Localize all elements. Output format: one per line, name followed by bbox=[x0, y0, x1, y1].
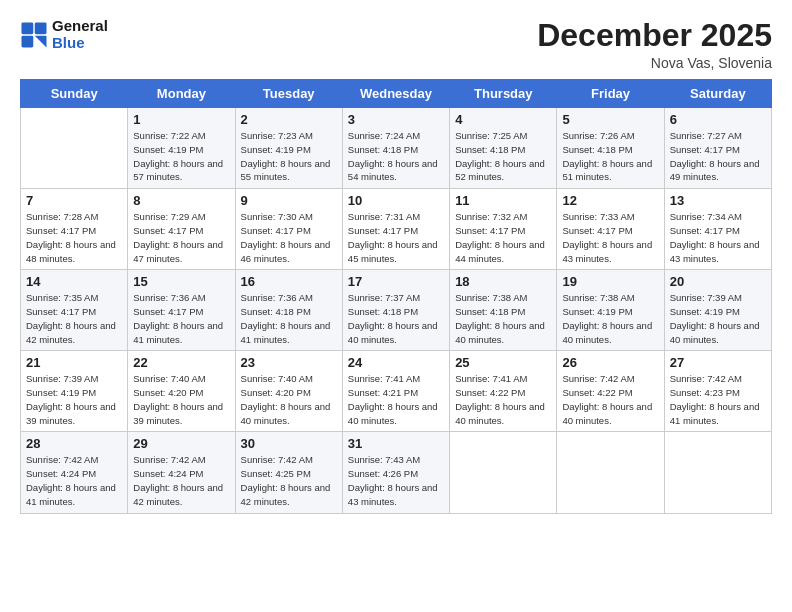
day-detail: Sunrise: 7:42 AM Sunset: 4:24 PM Dayligh… bbox=[26, 453, 122, 508]
week-row-1: 7Sunrise: 7:28 AM Sunset: 4:17 PM Daylig… bbox=[21, 189, 772, 270]
day-number: 6 bbox=[670, 112, 766, 127]
day-number: 17 bbox=[348, 274, 444, 289]
day-detail: Sunrise: 7:42 AM Sunset: 4:22 PM Dayligh… bbox=[562, 372, 658, 427]
calendar-cell: 22Sunrise: 7:40 AM Sunset: 4:20 PM Dayli… bbox=[128, 351, 235, 432]
day-detail: Sunrise: 7:24 AM Sunset: 4:18 PM Dayligh… bbox=[348, 129, 444, 184]
calendar-cell: 14Sunrise: 7:35 AM Sunset: 4:17 PM Dayli… bbox=[21, 270, 128, 351]
calendar-cell bbox=[664, 432, 771, 513]
day-detail: Sunrise: 7:38 AM Sunset: 4:19 PM Dayligh… bbox=[562, 291, 658, 346]
calendar-cell: 16Sunrise: 7:36 AM Sunset: 4:18 PM Dayli… bbox=[235, 270, 342, 351]
day-number: 31 bbox=[348, 436, 444, 451]
location: Nova Vas, Slovenia bbox=[537, 55, 772, 71]
calendar-cell: 29Sunrise: 7:42 AM Sunset: 4:24 PM Dayli… bbox=[128, 432, 235, 513]
calendar-cell: 18Sunrise: 7:38 AM Sunset: 4:18 PM Dayli… bbox=[450, 270, 557, 351]
calendar-cell: 19Sunrise: 7:38 AM Sunset: 4:19 PM Dayli… bbox=[557, 270, 664, 351]
day-number: 20 bbox=[670, 274, 766, 289]
header: General Blue December 2025 Nova Vas, Slo… bbox=[20, 18, 772, 71]
logo-text: General Blue bbox=[52, 18, 108, 51]
calendar-cell: 28Sunrise: 7:42 AM Sunset: 4:24 PM Dayli… bbox=[21, 432, 128, 513]
calendar-cell: 5Sunrise: 7:26 AM Sunset: 4:18 PM Daylig… bbox=[557, 108, 664, 189]
week-row-4: 28Sunrise: 7:42 AM Sunset: 4:24 PM Dayli… bbox=[21, 432, 772, 513]
week-row-2: 14Sunrise: 7:35 AM Sunset: 4:17 PM Dayli… bbox=[21, 270, 772, 351]
calendar-cell: 26Sunrise: 7:42 AM Sunset: 4:22 PM Dayli… bbox=[557, 351, 664, 432]
day-detail: Sunrise: 7:27 AM Sunset: 4:17 PM Dayligh… bbox=[670, 129, 766, 184]
day-number: 15 bbox=[133, 274, 229, 289]
logo: General Blue bbox=[20, 18, 108, 51]
day-number: 4 bbox=[455, 112, 551, 127]
day-detail: Sunrise: 7:36 AM Sunset: 4:18 PM Dayligh… bbox=[241, 291, 337, 346]
calendar-cell bbox=[450, 432, 557, 513]
day-number: 24 bbox=[348, 355, 444, 370]
day-number: 13 bbox=[670, 193, 766, 208]
calendar-cell: 20Sunrise: 7:39 AM Sunset: 4:19 PM Dayli… bbox=[664, 270, 771, 351]
calendar-cell: 8Sunrise: 7:29 AM Sunset: 4:17 PM Daylig… bbox=[128, 189, 235, 270]
calendar-cell: 30Sunrise: 7:42 AM Sunset: 4:25 PM Dayli… bbox=[235, 432, 342, 513]
day-detail: Sunrise: 7:40 AM Sunset: 4:20 PM Dayligh… bbox=[133, 372, 229, 427]
weekday-header-friday: Friday bbox=[557, 80, 664, 108]
day-number: 11 bbox=[455, 193, 551, 208]
day-number: 2 bbox=[241, 112, 337, 127]
week-row-3: 21Sunrise: 7:39 AM Sunset: 4:19 PM Dayli… bbox=[21, 351, 772, 432]
weekday-header-thursday: Thursday bbox=[450, 80, 557, 108]
day-detail: Sunrise: 7:36 AM Sunset: 4:17 PM Dayligh… bbox=[133, 291, 229, 346]
calendar-cell: 23Sunrise: 7:40 AM Sunset: 4:20 PM Dayli… bbox=[235, 351, 342, 432]
weekday-header-saturday: Saturday bbox=[664, 80, 771, 108]
weekday-header-row: SundayMondayTuesdayWednesdayThursdayFrid… bbox=[21, 80, 772, 108]
calendar-table: SundayMondayTuesdayWednesdayThursdayFrid… bbox=[20, 79, 772, 513]
day-detail: Sunrise: 7:39 AM Sunset: 4:19 PM Dayligh… bbox=[670, 291, 766, 346]
day-number: 9 bbox=[241, 193, 337, 208]
day-detail: Sunrise: 7:41 AM Sunset: 4:22 PM Dayligh… bbox=[455, 372, 551, 427]
day-detail: Sunrise: 7:26 AM Sunset: 4:18 PM Dayligh… bbox=[562, 129, 658, 184]
weekday-header-wednesday: Wednesday bbox=[342, 80, 449, 108]
day-number: 30 bbox=[241, 436, 337, 451]
day-detail: Sunrise: 7:35 AM Sunset: 4:17 PM Dayligh… bbox=[26, 291, 122, 346]
day-detail: Sunrise: 7:29 AM Sunset: 4:17 PM Dayligh… bbox=[133, 210, 229, 265]
day-detail: Sunrise: 7:23 AM Sunset: 4:19 PM Dayligh… bbox=[241, 129, 337, 184]
day-detail: Sunrise: 7:40 AM Sunset: 4:20 PM Dayligh… bbox=[241, 372, 337, 427]
day-detail: Sunrise: 7:33 AM Sunset: 4:17 PM Dayligh… bbox=[562, 210, 658, 265]
day-number: 12 bbox=[562, 193, 658, 208]
day-number: 25 bbox=[455, 355, 551, 370]
day-detail: Sunrise: 7:31 AM Sunset: 4:17 PM Dayligh… bbox=[348, 210, 444, 265]
day-number: 10 bbox=[348, 193, 444, 208]
calendar-cell: 15Sunrise: 7:36 AM Sunset: 4:17 PM Dayli… bbox=[128, 270, 235, 351]
day-number: 5 bbox=[562, 112, 658, 127]
day-detail: Sunrise: 7:39 AM Sunset: 4:19 PM Dayligh… bbox=[26, 372, 122, 427]
day-detail: Sunrise: 7:41 AM Sunset: 4:21 PM Dayligh… bbox=[348, 372, 444, 427]
day-detail: Sunrise: 7:22 AM Sunset: 4:19 PM Dayligh… bbox=[133, 129, 229, 184]
day-number: 7 bbox=[26, 193, 122, 208]
svg-rect-0 bbox=[21, 22, 33, 34]
svg-marker-3 bbox=[35, 35, 47, 47]
weekday-header-tuesday: Tuesday bbox=[235, 80, 342, 108]
calendar-cell: 17Sunrise: 7:37 AM Sunset: 4:18 PM Dayli… bbox=[342, 270, 449, 351]
day-detail: Sunrise: 7:42 AM Sunset: 4:25 PM Dayligh… bbox=[241, 453, 337, 508]
day-detail: Sunrise: 7:43 AM Sunset: 4:26 PM Dayligh… bbox=[348, 453, 444, 508]
weekday-header-monday: Monday bbox=[128, 80, 235, 108]
day-number: 28 bbox=[26, 436, 122, 451]
calendar-cell: 27Sunrise: 7:42 AM Sunset: 4:23 PM Dayli… bbox=[664, 351, 771, 432]
day-number: 3 bbox=[348, 112, 444, 127]
title-area: December 2025 Nova Vas, Slovenia bbox=[537, 18, 772, 71]
calendar-cell: 3Sunrise: 7:24 AM Sunset: 4:18 PM Daylig… bbox=[342, 108, 449, 189]
calendar-cell: 12Sunrise: 7:33 AM Sunset: 4:17 PM Dayli… bbox=[557, 189, 664, 270]
calendar-cell: 1Sunrise: 7:22 AM Sunset: 4:19 PM Daylig… bbox=[128, 108, 235, 189]
day-number: 8 bbox=[133, 193, 229, 208]
day-number: 1 bbox=[133, 112, 229, 127]
day-detail: Sunrise: 7:34 AM Sunset: 4:17 PM Dayligh… bbox=[670, 210, 766, 265]
day-number: 26 bbox=[562, 355, 658, 370]
calendar-cell: 10Sunrise: 7:31 AM Sunset: 4:17 PM Dayli… bbox=[342, 189, 449, 270]
day-number: 21 bbox=[26, 355, 122, 370]
day-number: 18 bbox=[455, 274, 551, 289]
calendar-cell: 7Sunrise: 7:28 AM Sunset: 4:17 PM Daylig… bbox=[21, 189, 128, 270]
svg-rect-1 bbox=[35, 22, 47, 34]
day-number: 19 bbox=[562, 274, 658, 289]
day-detail: Sunrise: 7:42 AM Sunset: 4:23 PM Dayligh… bbox=[670, 372, 766, 427]
calendar-cell: 11Sunrise: 7:32 AM Sunset: 4:17 PM Dayli… bbox=[450, 189, 557, 270]
day-detail: Sunrise: 7:32 AM Sunset: 4:17 PM Dayligh… bbox=[455, 210, 551, 265]
logo-blue: Blue bbox=[52, 35, 108, 52]
day-number: 22 bbox=[133, 355, 229, 370]
page: General Blue December 2025 Nova Vas, Slo… bbox=[0, 0, 792, 612]
day-detail: Sunrise: 7:37 AM Sunset: 4:18 PM Dayligh… bbox=[348, 291, 444, 346]
day-number: 14 bbox=[26, 274, 122, 289]
calendar-cell: 25Sunrise: 7:41 AM Sunset: 4:22 PM Dayli… bbox=[450, 351, 557, 432]
